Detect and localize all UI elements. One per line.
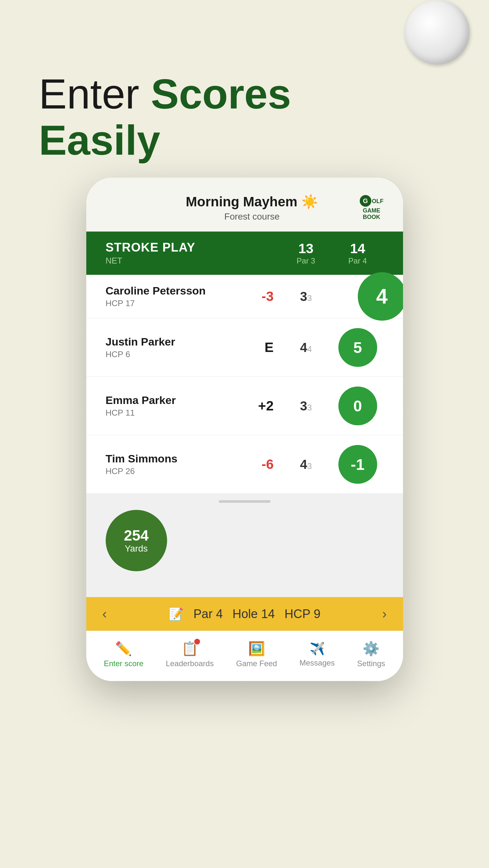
player-1-name: Caroline Petersson [106, 284, 241, 297]
ggb-game: GAME [363, 208, 380, 214]
hole-nav-bar: ‹ 📝 Par 4 Hole 14 HCP 9 › [86, 597, 403, 631]
nav-game-feed[interactable]: 🖼️ Game Feed [236, 641, 277, 668]
player-2-total: E [241, 340, 274, 355]
yards-number: 254 [124, 527, 149, 544]
player-row-3[interactable]: Emma Parker HCP 11 +2 33 0 [86, 377, 403, 435]
player-3-hole14-circle: 0 [338, 386, 377, 425]
phone-screen: Morning Mayhem ☀️ Forest course G OLF GA… [86, 178, 403, 681]
player-2-name: Justin Parker [106, 336, 241, 348]
game-title-area: Morning Mayhem ☀️ Forest course [144, 194, 360, 222]
hole-13-header: 13 Par 3 [280, 241, 332, 266]
nav-settings[interactable]: ⚙️ Settings [357, 641, 385, 668]
players-section: Caroline Petersson HCP 17 -3 33 4 [86, 275, 403, 494]
drag-handle [219, 500, 270, 503]
player-3-hole13: 33 [280, 386, 332, 425]
hole-14-par: Par 4 [332, 256, 384, 266]
player-4-name: Tim Simmons [106, 453, 241, 465]
player-4-info: Tim Simmons HCP 26 [106, 453, 241, 476]
prev-hole-button[interactable]: ‹ [103, 606, 107, 622]
messages-label: Messages [299, 658, 335, 668]
player-4-hole14-circle: -1 [338, 445, 377, 484]
player-1-hole14: 4 [332, 289, 384, 304]
hero-line2: Easily [39, 117, 160, 164]
yards-label: Yards [125, 544, 148, 554]
player-3-hcp: HCP 11 [106, 408, 241, 418]
leaderboards-badge [194, 638, 201, 645]
player-4-hole-scores: 43 -1 [280, 445, 384, 484]
ggb-g-circle: G [360, 195, 371, 207]
ggb-text: OLF [372, 198, 384, 205]
player-2-hole14-circle: 5 [338, 328, 377, 367]
settings-label: Settings [357, 659, 385, 668]
score-table-header: STROKE PLAY NET 13 Par 3 14 Par 4 [86, 231, 403, 275]
course-view-section: 254 Yards [86, 494, 403, 597]
player-3-hole-scores: 33 0 [280, 386, 384, 425]
game-title-text: Morning Mayhem [186, 194, 297, 210]
settings-icon: ⚙️ [363, 641, 379, 656]
phone-mockup: Morning Mayhem ☀️ Forest course G OLF GA… [86, 178, 403, 681]
nav-leaderboards[interactable]: 📋 Leaderboards [166, 641, 213, 668]
hole-nav-info: 📝 Par 4 Hole 14 HCP 9 [168, 607, 320, 621]
player-3-total: +2 [241, 398, 274, 414]
course-name: Forest course [144, 212, 360, 222]
game-feed-icon: 🖼️ [248, 641, 265, 656]
hero-line1: Enter Scores [39, 70, 291, 118]
player-2-hole13: 44 [280, 328, 332, 367]
leaderboards-label: Leaderboards [166, 659, 213, 668]
stroke-play-title: STROKE PLAY [106, 241, 280, 254]
game-feed-label: Game Feed [236, 659, 277, 668]
ggb-book: BOOK [363, 214, 380, 221]
hole-columns: 13 Par 3 14 Par 4 [280, 241, 384, 266]
player-4-total: -6 [241, 457, 274, 472]
hole-hcp-text: HCP 9 [284, 607, 320, 621]
nav-messages[interactable]: ✈️ Messages [299, 642, 335, 668]
bottom-nav: ✏️ Enter score 📋 Leaderboards 🖼️ Game Fe… [86, 631, 403, 681]
player-4-hole14: -1 [332, 445, 384, 484]
hole-13-number: 13 [280, 241, 332, 256]
hole-13-par: Par 3 [280, 256, 332, 266]
player-2-hole13-score: 44 [300, 340, 312, 355]
phone-header: Morning Mayhem ☀️ Forest course G OLF GA… [86, 178, 403, 231]
hole-14-header: 14 Par 4 [332, 241, 384, 266]
hero-section: Enter Scores Easily [39, 71, 291, 163]
player-4-hole13: 43 [280, 445, 332, 484]
player-1-info: Caroline Petersson HCP 17 [106, 284, 241, 308]
player-2-hole-scores: 44 5 [280, 328, 384, 367]
player-4-hcp: HCP 26 [106, 466, 241, 476]
hole-number-text: Hole 14 [232, 607, 275, 621]
player-3-hole14: 0 [332, 386, 384, 425]
player-row-4[interactable]: Tim Simmons HCP 26 -6 43 -1 [86, 435, 403, 494]
player-row-1[interactable]: Caroline Petersson HCP 17 -3 33 4 [86, 275, 403, 318]
player-3-hole13-score: 33 [300, 399, 312, 413]
next-hole-button[interactable]: › [382, 606, 387, 622]
hole-14-number: 14 [332, 241, 384, 256]
nav-enter-score[interactable]: ✏️ Enter score [104, 641, 144, 668]
player-1-hole13-score: 33 [300, 289, 312, 304]
player-1-total: -3 [241, 289, 274, 304]
game-title: Morning Mayhem ☀️ [144, 194, 360, 210]
player-3-name: Emma Parker [106, 394, 241, 407]
player-4-hole13-score: 43 [300, 457, 312, 472]
player-2-hcp: HCP 6 [106, 349, 241, 360]
net-label: NET [106, 256, 280, 266]
sun-emoji: ☀️ [301, 194, 318, 210]
stroke-play-label: STROKE PLAY NET [106, 241, 280, 266]
player-1-hole14-circle: 4 [358, 272, 403, 321]
ggb-logo: G OLF GAME BOOK [360, 195, 384, 221]
messages-icon: ✈️ [310, 642, 325, 656]
enter-score-label: Enter score [104, 659, 144, 668]
hole-par-text: Par 4 [193, 607, 223, 621]
player-row-2[interactable]: Justin Parker HCP 6 E 44 5 [86, 318, 403, 377]
hero-heading: Enter Scores Easily [39, 71, 291, 163]
player-1-hole13: 33 [280, 289, 332, 304]
player-1-hole-scores: 33 4 [280, 289, 384, 304]
note-icon: 📝 [168, 607, 183, 621]
player-3-info: Emma Parker HCP 11 [106, 394, 241, 418]
golf-ball-decoration [405, 0, 469, 65]
player-1-hcp: HCP 17 [106, 299, 241, 308]
leaderboards-icon-wrapper: 📋 [181, 641, 198, 656]
yards-badge: 254 Yards [106, 510, 167, 571]
player-2-hole14: 5 [332, 328, 384, 367]
enter-score-icon: ✏️ [115, 641, 132, 656]
player-2-info: Justin Parker HCP 6 [106, 336, 241, 360]
